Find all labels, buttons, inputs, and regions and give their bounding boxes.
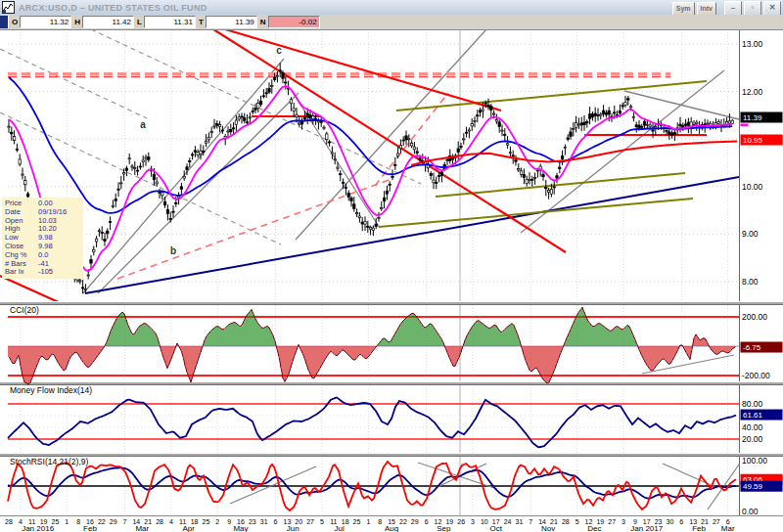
svg-text:11.39: 11.39 [743,113,762,122]
svg-text:3: 3 [471,518,475,525]
svg-text:10.95: 10.95 [743,136,763,145]
svg-text:Mar: Mar [721,524,735,532]
svg-text:5: 5 [576,518,579,525]
svg-text:2: 2 [215,518,219,525]
svg-text:Money Flow Index(14): Money Flow Index(14) [10,385,92,395]
svg-text:5: 5 [320,518,324,525]
svg-text:Oct: Oct [489,524,502,532]
sym-button[interactable]: Sym [672,2,695,16]
chart-app-icon [2,1,15,14]
svg-text:28: 28 [156,518,163,525]
quote-label: T [199,18,204,26]
svg-text:10.00: 10.00 [742,182,763,192]
data-window-key: Bar Ix [5,268,38,277]
svg-text:1: 1 [366,518,370,525]
title-bar: ARCX:USO,D – UNITED STATES OIL FUND Sym … [0,0,783,16]
svg-text:May: May [233,524,248,532]
svg-text:Mar: Mar [135,524,149,532]
svg-text:80.00: 80.00 [742,399,763,409]
svg-text:Jan 2017: Jan 2017 [630,524,663,532]
quote-field-o: O11.32 [12,16,71,28]
svg-text:22: 22 [399,518,407,525]
quote-value: 11.32 [20,16,71,28]
svg-text:8: 8 [76,518,80,525]
data-window: Price0.00Date09/19/16Open10.03High10.20L… [2,198,83,279]
svg-text:20.00: 20.00 [742,434,763,444]
svg-text:3: 3 [622,518,625,525]
svg-text:Jan 2016: Jan 2016 [22,524,54,532]
quote-value: -0.02 [268,16,320,28]
svg-text:23: 23 [249,518,256,525]
data-window-value: -105 [38,268,53,277]
intv-button[interactable]: Intv [697,2,716,16]
svg-text:24: 24 [504,518,512,525]
quote-field-n: N-0.02 [260,16,320,28]
quote-value: 11.42 [82,16,134,28]
svg-text:CCI(20): CCI(20) [10,305,39,315]
svg-text:StochRSI(14,21(2),9): StochRSI(14,21(2),9) [10,457,88,466]
svg-text:25: 25 [353,518,361,525]
minimize-button[interactable]: – [724,1,742,16]
close-button[interactable]: ✕ [763,1,781,16]
chart-canvas[interactable]: abc13.0012.0010.009.008.0011.3910.95CCI(… [0,0,783,532]
maximize-button[interactable]: ▫ [744,1,761,16]
svg-text:200.00: 200.00 [742,312,767,322]
svg-text:61.61: 61.61 [743,411,763,420]
svg-text:8: 8 [378,518,382,525]
quote-label: H [74,18,80,26]
data-window-row: Bar Ix-105 [5,268,83,277]
svg-text:49.59: 49.59 [743,482,763,491]
window-title: ARCX:USO,D – UNITED STATES OIL FUND [19,3,207,13]
svg-text:-6.75: -6.75 [743,343,761,352]
svg-text:8.00: 8.00 [742,277,759,287]
quote-field-l: L11.31 [137,16,196,28]
svg-text:Aug: Aug [385,524,398,532]
svg-text:13.00: 13.00 [742,39,763,49]
svg-text:7: 7 [529,518,532,525]
svg-text:40.00: 40.00 [742,422,763,432]
quote-label: N [260,18,266,26]
svg-text:6: 6 [274,518,278,525]
svg-text:Apr: Apr [182,524,195,532]
svg-text:a: a [140,119,146,130]
svg-text:9.00: 9.00 [742,229,759,239]
svg-text:Nov: Nov [541,524,555,532]
svg-text:31: 31 [516,518,524,525]
qcharts-window: abc13.0012.0010.009.008.0011.3910.95CCI(… [0,0,783,532]
quote-value: 11.39 [206,16,257,28]
svg-text:31: 31 [260,518,268,525]
svg-text:Sep: Sep [437,524,451,532]
svg-text:27: 27 [306,518,314,525]
drag-grip[interactable] [0,16,9,28]
svg-text:29: 29 [110,518,117,525]
svg-text:27: 27 [713,518,720,525]
svg-text:26: 26 [457,518,465,525]
svg-text:b: b [170,245,176,256]
svg-text:9: 9 [227,518,231,525]
svg-text:Dec: Dec [587,524,601,532]
quote-label: O [12,18,18,26]
svg-text:29: 29 [411,518,419,525]
svg-text:1: 1 [65,518,69,525]
svg-text:25: 25 [203,518,210,525]
svg-text:Jul: Jul [335,524,345,532]
svg-text:0.00: 0.00 [742,507,759,516]
svg-text:6: 6 [679,518,683,525]
svg-text:10: 10 [481,518,488,525]
quote-field-h: H11.42 [74,16,134,28]
quote-label: L [137,18,142,26]
svg-text:Feb: Feb [83,524,97,532]
quote-value: 11.31 [144,16,196,28]
svg-text:22: 22 [98,518,106,525]
svg-text:c: c [276,45,282,56]
svg-text:4: 4 [169,518,173,525]
quote-bar: O11.32H11.42L11.31T11.39N-0.02 [0,15,783,30]
svg-text:6: 6 [425,518,429,525]
svg-text:-200.00: -200.00 [742,371,770,380]
svg-text:100.00: 100.00 [742,456,767,466]
svg-text:Jun: Jun [287,524,299,532]
svg-text:28: 28 [5,518,13,525]
svg-text:12.00: 12.00 [742,87,763,97]
quote-field-t: T11.39 [199,16,257,28]
svg-text:Feb: Feb [692,524,706,532]
